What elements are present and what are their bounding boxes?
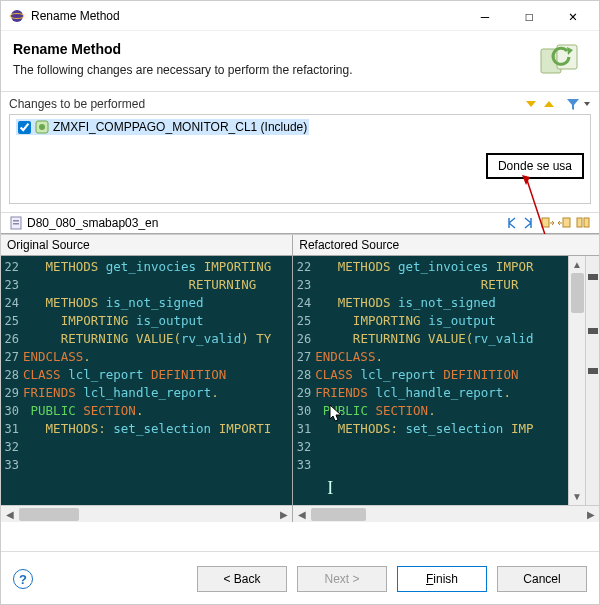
text-cursor-icon: I <box>327 478 333 499</box>
change-item-label: ZMXFI_COMPPAGO_MONITOR_CL1 (Include) <box>53 120 307 134</box>
copy-right-icon[interactable] <box>557 215 573 231</box>
cancel-button[interactable]: Cancel <box>497 566 587 592</box>
dialog-title: Rename Method <box>13 41 531 57</box>
refactored-pane-header: Refactored Source <box>293 235 599 256</box>
help-button[interactable]: ? <box>13 569 33 589</box>
svg-rect-13 <box>584 218 589 227</box>
collapse-up-icon[interactable] <box>541 96 557 112</box>
copy-all-icon[interactable] <box>575 215 591 231</box>
dialog-subtitle: The following changes are necessary to p… <box>13 63 531 77</box>
nav-prev-icon[interactable] <box>503 215 519 231</box>
titlebar: Rename Method — ☐ ✕ <box>1 1 599 31</box>
back-button[interactable]: < Back <box>197 566 287 592</box>
expand-down-icon[interactable] <box>523 96 539 112</box>
original-pane: Original Source 22 23 24 25 26 27 28 29 … <box>1 235 293 522</box>
refactored-code[interactable]: 22 23 24 25 26 27 28 29 30 31 32 33 METH… <box>293 256 568 505</box>
file-bar: D80_080_smabap03_en <box>1 212 599 234</box>
svg-rect-9 <box>13 223 19 225</box>
nav-next-icon[interactable] <box>521 215 537 231</box>
refactor-icon <box>539 41 587 77</box>
original-pane-header: Original Source <box>1 235 292 256</box>
next-button: Next > <box>297 566 387 592</box>
dialog-footer: ? < Back Next > Finish Cancel <box>1 551 599 604</box>
diff-overview-ruler[interactable] <box>585 256 599 505</box>
window-title: Rename Method <box>31 9 463 23</box>
abap-file-icon <box>9 216 23 230</box>
finish-button[interactable]: Finish <box>397 566 487 592</box>
maximize-button[interactable]: ☐ <box>507 2 551 30</box>
minimize-button[interactable]: — <box>463 2 507 30</box>
include-file-icon <box>35 120 49 134</box>
refactored-pane: Refactored Source 22 23 24 25 26 27 28 2… <box>293 235 599 522</box>
changes-section-label: Changes to be performed <box>9 97 145 111</box>
dialog-header: Rename Method The following changes are … <box>1 31 599 92</box>
svg-rect-11 <box>563 218 570 227</box>
svg-point-5 <box>39 124 45 130</box>
copy-left-icon[interactable] <box>539 215 555 231</box>
file-name: D80_080_smabap03_en <box>27 216 158 230</box>
change-item[interactable]: ZMXFI_COMPPAGO_MONITOR_CL1 (Include) <box>16 119 309 135</box>
svg-rect-10 <box>542 218 549 227</box>
svg-rect-12 <box>577 218 582 227</box>
change-checkbox[interactable] <box>18 121 31 134</box>
changes-list: ZMXFI_COMPPAGO_MONITOR_CL1 (Include) Don… <box>9 114 591 204</box>
original-code[interactable]: 22 23 24 25 26 27 28 29 30 31 32 33 METH… <box>1 256 292 505</box>
refactored-vscroll[interactable]: ▲ ▼ <box>568 256 585 505</box>
close-button[interactable]: ✕ <box>551 2 595 30</box>
compare-viewer: Original Source 22 23 24 25 26 27 28 29 … <box>1 234 599 522</box>
filter-menu-icon[interactable] <box>583 96 591 112</box>
original-hscroll[interactable]: ◀ ▶ <box>1 505 292 522</box>
refactored-hscroll[interactable]: ◀ ▶ <box>293 505 599 522</box>
annotation-callout: Donde se usa <box>486 153 584 179</box>
svg-rect-8 <box>13 220 19 222</box>
eclipse-icon <box>9 8 25 24</box>
annotation-text: Donde se usa <box>498 159 572 173</box>
filter-icon[interactable] <box>565 96 581 112</box>
svg-point-0 <box>11 10 23 22</box>
rename-method-dialog: Rename Method — ☐ ✕ Rename Method The fo… <box>0 0 600 605</box>
changes-toolbar: Changes to be performed <box>1 92 599 114</box>
mouse-cursor-icon <box>329 404 343 422</box>
